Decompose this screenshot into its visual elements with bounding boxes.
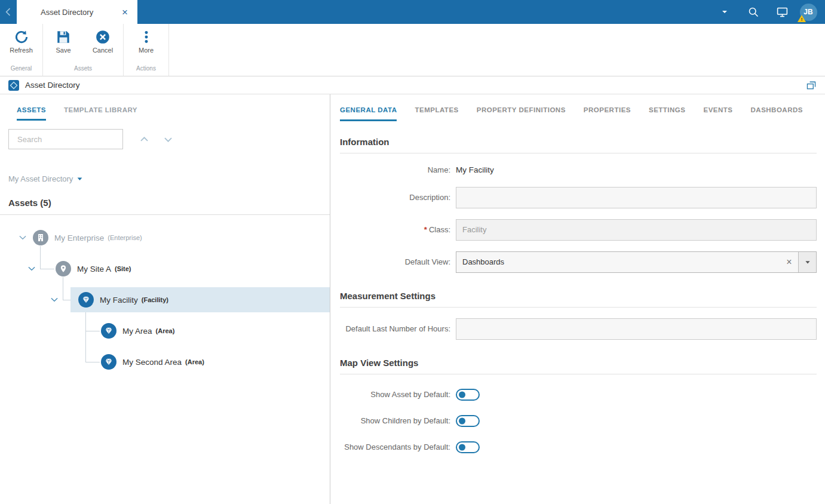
tree-search-row <box>8 129 330 149</box>
asset-detail-panel: GENERAL DATA TEMPLATES PROPERTY DEFINITI… <box>330 94 825 504</box>
class-row: * Class: <box>340 219 817 241</box>
show-children-toggle[interactable] <box>456 415 480 427</box>
asset-tree: My Enterprise (Enterprise) My Site A (Si… <box>0 222 330 377</box>
save-label: Save <box>56 47 70 54</box>
divider <box>0 214 330 215</box>
ribbon-group-label: General <box>0 63 42 76</box>
search-previous-button[interactable] <box>136 131 152 147</box>
global-search-button[interactable] <box>739 0 768 24</box>
measurement-section-heading: Measurement Settings <box>340 291 817 308</box>
popout-panel-icon[interactable] <box>806 80 817 91</box>
default-hours-input[interactable] <box>456 318 817 340</box>
cancel-button[interactable]: Cancel <box>84 29 121 63</box>
tree-row-my-second-area[interactable]: My Second Area (Area) <box>0 346 330 377</box>
tree-row-my-area[interactable]: My Area (Area) <box>0 315 330 346</box>
tree-search-box <box>8 129 123 149</box>
topbar-actions: JB ! <box>710 0 825 24</box>
dropdown-caret-button[interactable] <box>798 252 816 272</box>
asset-directory-tab[interactable]: Asset Directory × <box>17 0 137 24</box>
save-icon <box>56 29 71 45</box>
caret-down-icon <box>804 259 811 266</box>
tab-template-library[interactable]: TEMPLATE LIBRARY <box>64 106 137 121</box>
show-asset-row: Show Asset by Default: <box>340 389 817 401</box>
left-panel-tabs: ASSETS TEMPLATE LIBRARY <box>17 106 330 121</box>
toggle-knob <box>459 444 465 450</box>
default-view-row: Default View: Dashboards × <box>340 251 817 273</box>
asset-gem-icon <box>78 292 94 308</box>
tab-events[interactable]: EVENTS <box>704 106 733 121</box>
name-label: Name: <box>340 164 450 176</box>
default-hours-row: Default Last Number of Hours: <box>340 318 817 340</box>
ribbon-group-general: Refresh General <box>0 24 43 76</box>
description-label: Description: <box>340 192 450 204</box>
asset-directory-app-icon <box>8 80 19 91</box>
main-content: ASSETS TEMPLATE LIBRARY My Asset Directo… <box>0 94 825 504</box>
chevron-down-icon[interactable] <box>18 233 27 242</box>
more-label: More <box>139 47 154 54</box>
top-app-bar: Asset Directory × JB ! <box>0 0 825 24</box>
asset-navigation-panel: ASSETS TEMPLATE LIBRARY My Asset Directo… <box>0 94 330 504</box>
information-section-heading: Information <box>340 137 817 153</box>
detail-tabs: GENERAL DATA TEMPLATES PROPERTY DEFINITI… <box>340 106 817 121</box>
tree-search-input[interactable] <box>17 135 122 144</box>
show-descendants-row: Show Descendants by Default: <box>340 441 817 453</box>
ribbon-group-label: Assets <box>43 63 123 76</box>
default-view-dropdown[interactable]: Dashboards × <box>456 251 817 273</box>
search-next-button[interactable] <box>160 131 176 147</box>
class-input[interactable] <box>456 219 817 241</box>
selected-tree-row-body[interactable]: My Facility (Facility) <box>70 287 330 312</box>
more-vertical-icon <box>139 29 154 45</box>
tree-node-name: My Site A <box>77 265 111 273</box>
displays-button[interactable] <box>768 0 796 24</box>
chevron-down-icon[interactable] <box>27 264 36 273</box>
clear-selection-icon[interactable]: × <box>780 257 798 268</box>
default-view-label: Default View: <box>340 256 450 268</box>
description-input[interactable] <box>456 187 817 208</box>
directory-selector[interactable]: My Asset Directory <box>8 174 330 183</box>
tab-properties[interactable]: PROPERTIES <box>584 106 631 121</box>
page-title-bar: Asset Directory <box>0 76 825 94</box>
default-view-value: Dashboards <box>456 257 780 266</box>
back-button[interactable] <box>0 0 17 24</box>
chevron-down-icon <box>162 134 174 145</box>
show-descendants-toggle[interactable] <box>456 441 480 453</box>
tab-property-definitions[interactable]: PROPERTY DEFINITIONS <box>477 106 566 121</box>
tree-node-type: (Area) <box>185 358 204 365</box>
tree-row-my-enterprise[interactable]: My Enterprise (Enterprise) <box>0 222 330 253</box>
name-row: Name: My Facility <box>340 164 817 176</box>
chevron-down-icon[interactable] <box>50 295 59 305</box>
tree-node-type: (Facility) <box>142 296 168 303</box>
tree-node-name: My Facility <box>100 296 138 305</box>
refresh-label: Refresh <box>10 47 33 54</box>
tree-row-my-site-a[interactable]: My Site A (Site) <box>0 253 330 284</box>
tab-assets[interactable]: ASSETS <box>17 106 46 121</box>
cancel-label: Cancel <box>93 47 113 54</box>
enterprise-icon <box>33 230 48 245</box>
show-asset-toggle[interactable] <box>456 389 480 401</box>
cancel-icon <box>95 29 111 45</box>
topbar-dropdown-button[interactable] <box>710 0 739 24</box>
tab-settings[interactable]: SETTINGS <box>649 106 686 121</box>
user-avatar[interactable]: JB ! <box>796 0 820 24</box>
save-button[interactable]: Save <box>45 29 82 63</box>
tab-title: Asset Directory <box>41 8 119 17</box>
search-icon <box>747 6 760 19</box>
show-descendants-label: Show Descendants by Default: <box>340 441 450 453</box>
caret-down-icon <box>76 175 84 183</box>
show-asset-label: Show Asset by Default: <box>340 389 450 401</box>
asset-gem-icon <box>101 323 116 339</box>
map-view-section-heading: Map View Settings <box>340 358 817 374</box>
tab-templates[interactable]: TEMPLATES <box>415 106 458 121</box>
default-hours-label: Default Last Number of Hours: <box>340 323 450 335</box>
caret-down-icon <box>720 7 729 17</box>
refresh-icon <box>14 29 29 45</box>
tab-dashboards[interactable]: DASHBOARDS <box>751 106 803 121</box>
refresh-button[interactable]: Refresh <box>3 29 40 63</box>
tab-general-data[interactable]: GENERAL DATA <box>340 106 397 121</box>
class-label: * Class: <box>340 224 450 236</box>
tree-row-my-facility[interactable]: My Facility (Facility) <box>0 284 330 315</box>
more-button[interactable]: More <box>128 29 165 63</box>
description-row: Description: <box>340 187 817 208</box>
tab-close-icon[interactable]: × <box>119 6 130 19</box>
tree-node-name: My Enterprise <box>54 233 104 242</box>
